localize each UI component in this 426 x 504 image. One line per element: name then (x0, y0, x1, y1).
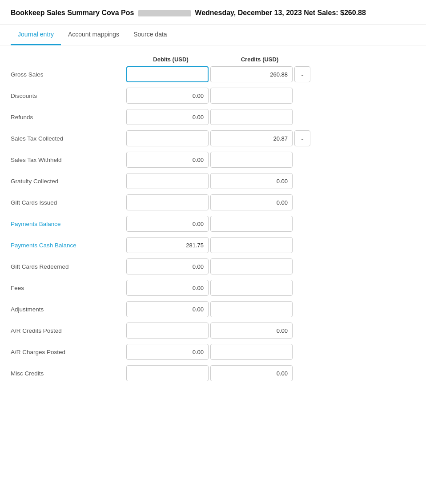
credit-input[interactable] (210, 88, 293, 104)
row-label-ar-credits-posted: A/R Credits Posted (11, 327, 126, 334)
input-group (126, 258, 293, 274)
debit-input[interactable] (126, 344, 209, 360)
input-group (126, 237, 293, 253)
row-label-gift-cards-redeemed: Gift Cards Redeemed (11, 263, 126, 270)
debit-input[interactable] (126, 258, 209, 274)
title-suffix: Wednesday, December 13, 2023 Net Sales: … (195, 9, 366, 16)
credit-input[interactable] (210, 130, 293, 146)
debit-input[interactable] (126, 365, 209, 381)
credit-input[interactable] (210, 66, 293, 82)
table-row: Gift Cards Redeemed (11, 258, 415, 274)
debit-input[interactable] (126, 301, 209, 317)
input-group (126, 194, 293, 210)
credit-input[interactable] (210, 109, 293, 125)
credit-input[interactable] (210, 173, 293, 189)
dropdown-button[interactable]: ⌄ (294, 130, 310, 146)
input-group (126, 344, 293, 360)
input-group: ⌄ (126, 130, 310, 146)
row-label-payments-cash-balance: Payments Cash Balance (11, 242, 126, 249)
table-row: A/R Charges Posted (11, 344, 415, 360)
main-content: Debits (USD) Credits (USD) Gross Sales⌄D… (0, 45, 426, 397)
title-prefix: Bookkeep Sales Summary Cova Pos (11, 9, 134, 16)
redacted-info (138, 10, 191, 16)
tab-bar: Journal entry Account mappings Source da… (0, 24, 426, 45)
credit-input[interactable] (210, 258, 293, 274)
debit-input[interactable] (126, 194, 209, 210)
row-label-gross-sales: Gross Sales (11, 71, 126, 78)
input-group (126, 88, 293, 104)
debit-input[interactable] (126, 173, 209, 189)
credit-input[interactable] (210, 301, 293, 317)
debit-input[interactable] (126, 130, 209, 146)
row-label-sales-tax-collected: Sales Tax Collected (11, 135, 126, 142)
input-group (126, 173, 293, 189)
input-group (126, 216, 293, 232)
tab-journal-entry[interactable]: Journal entry (11, 24, 61, 45)
table-row: Gross Sales⌄ (11, 66, 415, 82)
table-row: Fees (11, 280, 415, 296)
row-label-adjustments: Adjustments (11, 306, 126, 313)
credit-input[interactable] (210, 323, 293, 339)
debit-input[interactable] (126, 88, 209, 104)
credit-input[interactable] (210, 237, 293, 253)
row-label-fees: Fees (11, 285, 126, 291)
row-label-ar-charges-posted: A/R Charges Posted (11, 349, 126, 355)
credit-input[interactable] (210, 152, 293, 168)
row-label-gratuity-collected: Gratuity Collected (11, 178, 126, 185)
credit-input[interactable] (210, 344, 293, 360)
credit-input[interactable] (210, 216, 293, 232)
journal-entry-form: Gross Sales⌄DiscountsRefundsSales Tax Co… (11, 66, 415, 381)
row-label-gift-cards-issued: Gift Cards Issued (11, 199, 126, 206)
credit-input[interactable] (210, 280, 293, 296)
debit-input[interactable] (126, 280, 209, 296)
page-title: Bookkeep Sales Summary Cova Pos Wednesda… (11, 8, 415, 18)
tab-account-mappings[interactable]: Account mappings (61, 24, 126, 45)
input-group (126, 323, 293, 339)
table-row: A/R Credits Posted (11, 323, 415, 339)
table-row: Gratuity Collected (11, 173, 415, 189)
table-row: Adjustments (11, 301, 415, 317)
debit-input[interactable] (126, 237, 209, 253)
input-group (126, 365, 293, 381)
input-group (126, 109, 293, 125)
table-row: Sales Tax Withheld (11, 152, 415, 168)
table-row: Misc Credits (11, 365, 415, 381)
row-label-discounts: Discounts (11, 93, 126, 99)
input-group: ⌄ (126, 66, 310, 82)
tab-source-data[interactable]: Source data (126, 24, 174, 45)
input-group (126, 301, 293, 317)
table-row: Gift Cards Issued (11, 194, 415, 210)
row-label-payments-balance: Payments Balance (11, 221, 126, 227)
debit-input[interactable] (126, 109, 209, 125)
debit-input[interactable] (126, 152, 209, 168)
credit-input[interactable] (210, 194, 293, 210)
row-label-sales-tax-withheld: Sales Tax Withheld (11, 157, 126, 163)
input-group (126, 152, 293, 168)
credits-header: Credits (USD) (215, 56, 304, 63)
credit-input[interactable] (210, 365, 293, 381)
table-row: Refunds (11, 109, 415, 125)
table-row: Payments Balance (11, 216, 415, 232)
row-label-refunds: Refunds (11, 114, 126, 121)
debit-input[interactable] (126, 216, 209, 232)
table-row: Discounts (11, 88, 415, 104)
input-group (126, 280, 293, 296)
dropdown-button[interactable]: ⌄ (294, 66, 310, 82)
page-header: Bookkeep Sales Summary Cova Pos Wednesda… (0, 0, 426, 24)
table-row: Sales Tax Collected⌄ (11, 130, 415, 146)
debit-input[interactable] (126, 66, 209, 82)
row-label-misc-credits: Misc Credits (11, 370, 126, 377)
debit-input[interactable] (126, 323, 209, 339)
table-row: Payments Cash Balance (11, 237, 415, 253)
debits-header: Debits (USD) (126, 56, 215, 63)
column-headers: Debits (USD) Credits (USD) (126, 56, 415, 63)
